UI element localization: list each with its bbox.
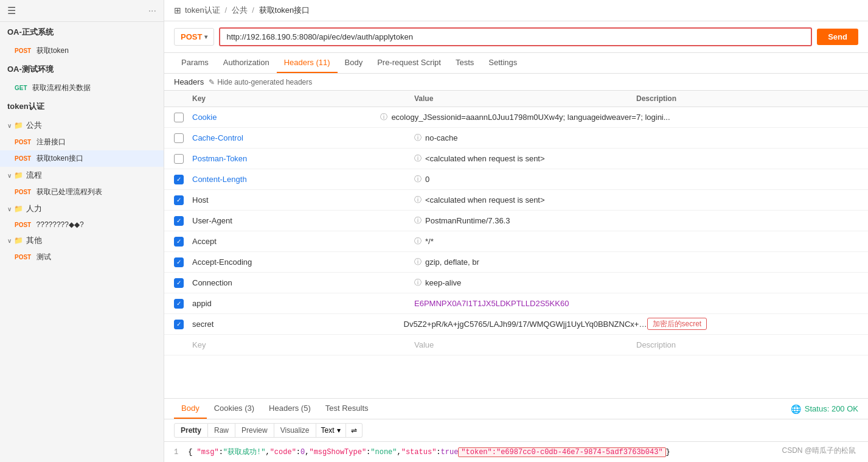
tab-tests[interactable]: Tests — [448, 53, 481, 73]
key-link[interactable]: Cookie — [192, 113, 217, 122]
tab-headers[interactable]: Headers (11) — [277, 53, 338, 73]
tab-pre-request-script[interactable]: Pre-request Script — [370, 53, 448, 73]
key-link[interactable]: Postman-Token — [192, 154, 247, 163]
sidebar-item-get-flow[interactable]: GET 获取流程相关数据 — [0, 80, 164, 96]
sidebar-item-register[interactable]: POST 注册接口 — [0, 134, 164, 150]
section-title-oa-test: OA-测试环境 — [0, 59, 164, 80]
post-badge: POST — [15, 222, 31, 228]
col-key: Key — [192, 94, 414, 103]
chevron-down-icon: ∨ — [7, 237, 12, 244]
sidebar-item-get-flow-list[interactable]: POST 获取已处理流程列表 — [0, 184, 164, 200]
tab-settings[interactable]: Settings — [481, 53, 524, 73]
row-checkbox[interactable] — [174, 113, 184, 122]
post-badge: POST — [15, 155, 31, 162]
row-checkbox[interactable] — [174, 278, 184, 288]
menu-icon[interactable]: ☰ — [7, 5, 16, 16]
raw-button[interactable]: Raw — [208, 423, 235, 438]
info-icon[interactable]: ⓘ — [414, 195, 422, 205]
row-checkbox[interactable] — [174, 216, 184, 226]
key-text: Accept-Encoding — [192, 257, 252, 267]
value-text: <calculated when request is sent> — [425, 154, 545, 163]
info-icon[interactable]: ⓘ — [414, 278, 422, 288]
sidebar-item-apply-token[interactable]: POST 获取token接口 — [0, 150, 164, 167]
desc-placeholder[interactable]: Description — [636, 340, 676, 349]
row-checkbox[interactable] — [174, 195, 184, 205]
row-checkbox[interactable] — [174, 237, 184, 247]
text-select[interactable]: Text ▾ — [316, 423, 346, 438]
row-checkbox[interactable] — [174, 175, 184, 184]
more-options-icon[interactable]: ··· — [148, 5, 156, 16]
sidebar: ☰ ··· OA-正式系统 POST 获取token OA-测试环境 GET 获… — [0, 0, 164, 462]
post-badge: POST — [15, 254, 31, 261]
row-checkbox[interactable] — [174, 257, 184, 267]
value-text: gzip, deflate, br — [425, 257, 479, 267]
pretty-button[interactable]: Pretty — [174, 423, 208, 438]
folder-icon: 📁 — [14, 121, 23, 130]
tab-response-test-results[interactable]: Test Results — [318, 399, 376, 419]
chevron-down-icon: ▾ — [337, 426, 341, 435]
row-checkbox[interactable] — [174, 320, 184, 329]
headers-section-header: Headers ✎ Hide auto-generated headers — [164, 74, 868, 91]
info-icon[interactable]: ⓘ — [414, 133, 422, 143]
value-cell: Dv5Z2+pR/kA+jgC5765/LAJh99/17/WMQGWjj1Uy… — [404, 320, 647, 329]
sidebar-item-test[interactable]: POST 测试 — [0, 249, 164, 265]
tab-authorization[interactable]: Authorization — [216, 53, 277, 73]
row-checkbox[interactable] — [174, 299, 184, 309]
info-icon[interactable]: ⓘ — [414, 236, 422, 247]
table-row: Cache-Control ⓘ no-cache — [164, 128, 868, 149]
table-header: Key Value Description — [164, 91, 868, 107]
info-icon[interactable]: ⓘ — [380, 112, 387, 122]
key-link[interactable]: Cache-Control — [192, 133, 243, 142]
key-cell: Postman-Token — [192, 154, 414, 163]
key-text: appid — [192, 299, 212, 308]
breadcrumb-part-2: 公共 — [232, 5, 248, 15]
key-cell: Content-Length — [192, 175, 414, 184]
preview-button[interactable]: Preview — [235, 423, 274, 438]
response-toolbar: Pretty Raw Preview Visualize Text ▾ ⇌ — [164, 419, 868, 442]
url-input[interactable] — [219, 27, 812, 46]
method-select[interactable]: POST ▾ — [174, 28, 214, 46]
secret-desc-badge: 加密后的secret — [647, 318, 707, 330]
tab-response-headers[interactable]: Headers (5) — [262, 399, 318, 419]
sidebar-item-get-token[interactable]: POST 获取token — [0, 43, 164, 59]
key-placeholder[interactable]: Key — [192, 340, 206, 349]
value-cell: ⓘ <calculated when request is sent> — [414, 195, 636, 205]
row-checkbox[interactable] — [174, 154, 184, 164]
send-button[interactable]: Send — [817, 29, 858, 45]
col-check — [174, 94, 192, 103]
sidebar-item-hr-unknown[interactable]: POST ????????◆◆? — [0, 217, 164, 232]
tab-body[interactable]: Body — [338, 53, 370, 73]
json-text-before: { "msg":"获取成功!","code":0,"msgShowType":"… — [188, 447, 458, 457]
value-text: keep-alive — [425, 278, 461, 287]
info-icon[interactable]: ⓘ — [414, 257, 422, 267]
visualize-button[interactable]: Visualize — [274, 423, 316, 438]
key-cell: Cache-Control — [192, 133, 414, 142]
status-text: Status: 200 OK — [805, 404, 858, 413]
line-number: 1 — [174, 448, 178, 457]
folder-public[interactable]: ∨ 📁 公共 — [0, 117, 164, 134]
headers-label: Headers — [174, 77, 204, 86]
info-icon[interactable]: ⓘ — [414, 174, 422, 184]
info-icon[interactable]: ⓘ — [414, 215, 422, 226]
key-link[interactable]: Content-Length — [192, 175, 247, 184]
row-checkbox[interactable] — [174, 133, 184, 143]
wrap-button[interactable]: ⇌ — [346, 423, 363, 438]
toggle-autogen-button[interactable]: ✎ Hide auto-generated headers — [209, 78, 312, 86]
info-icon[interactable]: ⓘ — [414, 153, 422, 164]
value-placeholder[interactable]: Value — [414, 340, 434, 349]
table-row: secret Dv5Z2+pR/kA+jgC5765/LAJh99/17/WMQ… — [164, 314, 868, 335]
folder-flow[interactable]: ∨ 📁 流程 — [0, 167, 164, 184]
tab-response-body[interactable]: Body — [174, 399, 207, 419]
value-text: Dv5Z2+pR/kA+jgC5765/LAJh99/17/WMQGWjj1Uy… — [404, 320, 647, 329]
folder-hr[interactable]: ∨ 📁 人力 — [0, 200, 164, 217]
folder-label: 公共 — [26, 120, 42, 131]
key-cell: appid — [192, 299, 414, 308]
breadcrumb: token认证 / 公共 / 获取token接口 — [185, 5, 310, 16]
folder-other[interactable]: ∨ 📁 其他 — [0, 232, 164, 249]
response-tabs: Body Cookies (3) Headers (5) Test Result… — [164, 399, 868, 419]
breadcrumb-part-1: token认证 — [185, 5, 220, 15]
tab-params[interactable]: Params — [174, 53, 216, 73]
key-cell: Host — [192, 195, 414, 205]
sidebar-item-label: 测试 — [36, 253, 51, 261]
tab-response-cookies[interactable]: Cookies (3) — [207, 399, 262, 419]
